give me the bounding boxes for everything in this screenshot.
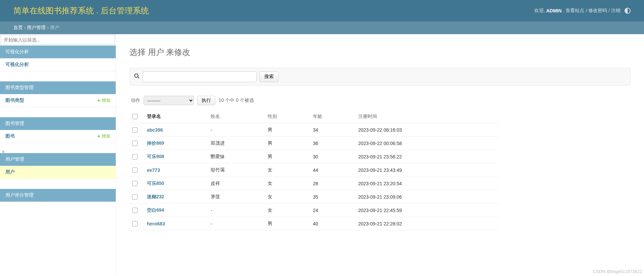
view-site-link[interactable]: 查看站点: [566, 8, 584, 14]
module-book-type: 图书类型管理 图书类型 增加: [0, 81, 116, 107]
row-age: 35: [310, 190, 356, 204]
row-login-link[interactable]: 可乐908: [147, 154, 164, 159]
module-caption: 用户评分管理: [0, 189, 116, 202]
row-checkbox[interactable]: [132, 154, 138, 159]
search-toolbar: 搜索: [129, 68, 631, 86]
username: ADMIN: [546, 8, 561, 13]
row-age: 40: [310, 217, 356, 230]
actions-go-button[interactable]: 执行: [197, 96, 215, 105]
table-row: hero683-男402023-09-21 22:28:02: [129, 217, 498, 230]
user-tools: 欢迎, ADMIN. 查看站点 / 修改密码 / 注销: [534, 8, 631, 14]
table-header-row: 登录名 姓名 性别 年龄 注册时间: [129, 110, 498, 123]
row-login-link[interactable]: 可乐850: [147, 181, 164, 186]
sidebar[interactable]: 可视化分析 可视化分析 图书类型管理 图书类型 增加 图书管理 图书 增加 用户…: [0, 34, 116, 275]
module-caption: 用户管理: [0, 153, 116, 166]
table-row: 可乐908酆爱妹男302023-09-21 23:56:22: [129, 150, 498, 163]
sidebar-item-label[interactable]: 可视化分析: [5, 62, 29, 68]
row-gender: 男: [265, 123, 310, 137]
breadcrumb-app[interactable]: 用户管理: [27, 25, 46, 30]
breadcrumb-current: 用户: [50, 25, 59, 30]
row-name: -: [208, 123, 265, 137]
row-checkbox[interactable]: [132, 221, 138, 226]
row-created: 2023-09-22 08:16:03: [356, 123, 498, 137]
breadcrumb: 首页 › 用户管理 › 用户: [0, 21, 644, 34]
sidebar-item-label[interactable]: 图书: [5, 133, 15, 139]
svg-point-0: [135, 74, 138, 77]
row-age: 44: [310, 163, 356, 177]
row-checkbox[interactable]: [132, 167, 138, 173]
module-caption: 可视化分析: [0, 46, 116, 58]
svg-line-1: [138, 77, 139, 78]
col-created[interactable]: 注册时间: [356, 110, 498, 123]
col-login[interactable]: 登录名: [144, 110, 208, 123]
collapse-sidebar-icon[interactable]: «: [2, 149, 5, 154]
row-name: 皮祥: [208, 177, 265, 190]
add-book-type-link[interactable]: 增加: [97, 97, 110, 104]
row-created: 2023-09-21 22:45:59: [356, 204, 498, 217]
row-gender: 女: [265, 204, 310, 217]
row-login-link[interactable]: 迷糊232: [147, 194, 164, 199]
dot: .: [563, 8, 564, 13]
sidebar-item-label[interactable]: 用户: [5, 169, 15, 175]
sidebar-filter-input[interactable]: [1, 35, 115, 45]
row-gender: 男: [265, 217, 310, 230]
row-login-link[interactable]: hero683: [147, 221, 165, 226]
row-gender: 女: [265, 177, 310, 190]
module-caption: 图书管理: [0, 117, 116, 130]
site-title[interactable]: 简单在线图书推荐系统 . 后台管理系统: [13, 5, 149, 16]
row-age: 28: [310, 177, 356, 190]
row-age: 36: [310, 137, 356, 150]
search-button[interactable]: 搜索: [259, 71, 279, 82]
results-table: 登录名 姓名 性别 年龄 注册时间 abc396-男342023-09-22 0…: [129, 110, 498, 230]
content: 选择 用户 来修改 搜索 动作 --------- 执行 10 个中 0 个被选…: [116, 34, 644, 275]
row-checkbox[interactable]: [132, 127, 138, 133]
sidebar-item-book-type[interactable]: 图书类型 增加: [0, 94, 116, 107]
search-icon: [134, 73, 140, 81]
table-row: 可乐850皮祥女282023-09-21 23:20:54: [129, 177, 498, 190]
row-age: 30: [310, 150, 356, 163]
actions-select[interactable]: ---------: [144, 96, 194, 105]
sep: /: [586, 8, 587, 13]
logout-link[interactable]: 注销: [611, 8, 621, 14]
add-book-link[interactable]: 增加: [97, 133, 110, 139]
row-name: 茅莲: [208, 190, 265, 204]
row-name: -: [208, 204, 265, 217]
module-user: 用户管理 用户: [0, 153, 116, 179]
sidebar-item-label[interactable]: 图书类型: [5, 97, 24, 104]
row-name: 酆爱妹: [208, 150, 265, 163]
row-login-link[interactable]: 空白694: [147, 207, 164, 213]
col-age[interactable]: 年龄: [310, 110, 356, 123]
select-all-checkbox[interactable]: [132, 114, 138, 119]
col-name[interactable]: 姓名: [208, 110, 265, 123]
row-gender: 男: [265, 137, 310, 150]
module-book: 图书管理 图书 增加: [0, 117, 116, 143]
row-checkbox[interactable]: [132, 181, 138, 186]
header: 简单在线图书推荐系统 . 后台管理系统 欢迎, ADMIN. 查看站点 / 修改…: [0, 0, 644, 21]
row-login-link[interactable]: 掉价869: [147, 140, 164, 146]
module-caption: 图书类型管理: [0, 81, 116, 94]
row-login-link[interactable]: ee773: [147, 167, 160, 173]
row-created: 2023-09-21 22:28:02: [356, 217, 498, 230]
module-rating: 用户评分管理: [0, 189, 116, 202]
row-checkbox[interactable]: [132, 208, 138, 213]
page-title: 选择 用户 来修改: [129, 47, 631, 58]
col-gender[interactable]: 性别: [265, 110, 310, 123]
table-row: 迷糊232茅莲女352023-09-21 23:09:06: [129, 190, 498, 204]
row-created: 2023-09-21 23:20:54: [356, 177, 498, 190]
table-row: 空白694-女242023-09-21 22:45:59: [129, 204, 498, 217]
search-input[interactable]: [143, 71, 257, 82]
sidebar-item-visualization[interactable]: 可视化分析: [0, 58, 116, 71]
theme-toggle-icon[interactable]: [625, 8, 631, 14]
sidebar-item-book[interactable]: 图书 增加: [0, 130, 116, 143]
table-row: 掉价869郑茂进男362023-09-22 00:06:58: [129, 137, 498, 150]
row-login-link[interactable]: abc396: [147, 127, 163, 133]
actions-bar: 动作 --------- 执行 10 个中 0 个被选: [129, 96, 631, 105]
breadcrumb-home[interactable]: 首页: [13, 25, 23, 30]
row-gender: 女: [265, 163, 310, 177]
module-visualization: 可视化分析 可视化分析: [0, 46, 116, 71]
change-password-link[interactable]: 修改密码: [588, 8, 607, 14]
actions-label: 动作: [131, 97, 140, 104]
sidebar-item-user[interactable]: 用户: [0, 166, 116, 179]
row-checkbox[interactable]: [132, 194, 138, 200]
row-checkbox[interactable]: [132, 141, 138, 146]
